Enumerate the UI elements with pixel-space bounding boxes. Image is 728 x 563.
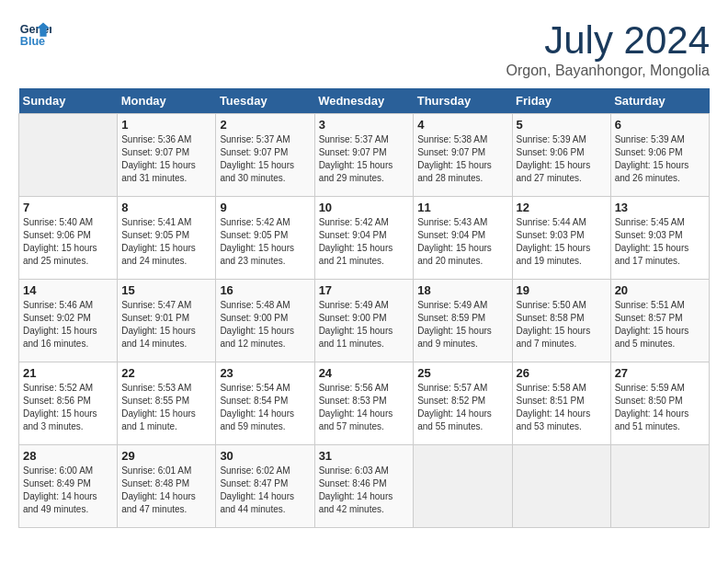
calendar-week-row: 1Sunrise: 5:36 AMSunset: 9:07 PMDaylight… (19, 114, 710, 197)
calendar-week-row: 14Sunrise: 5:46 AMSunset: 9:02 PMDayligh… (19, 280, 710, 362)
calendar-cell: 6Sunrise: 5:39 AMSunset: 9:06 PMDaylight… (610, 114, 709, 197)
day-number: 2 (220, 118, 310, 132)
day-info: Sunrise: 5:41 AMSunset: 9:05 PMDaylight:… (121, 216, 211, 268)
calendar-cell: 7Sunrise: 5:40 AMSunset: 9:06 PMDaylight… (19, 197, 118, 280)
day-info: Sunrise: 5:40 AMSunset: 9:06 PMDaylight:… (23, 216, 113, 268)
day-info: Sunrise: 5:57 AMSunset: 8:52 PMDaylight:… (417, 382, 507, 433)
weekday-header: Tuesday (216, 88, 314, 114)
calendar-cell: 22Sunrise: 5:53 AMSunset: 8:55 PMDayligh… (118, 362, 216, 445)
calendar-cell: 5Sunrise: 5:39 AMSunset: 9:06 PMDaylight… (512, 114, 610, 197)
calendar-cell: 1Sunrise: 5:36 AMSunset: 9:07 PMDaylight… (118, 114, 216, 197)
day-number: 5 (517, 118, 607, 132)
day-info: Sunrise: 5:50 AMSunset: 8:58 PMDaylight:… (517, 299, 607, 350)
day-number: 24 (319, 366, 410, 380)
day-info: Sunrise: 5:37 AMSunset: 9:07 PMDaylight:… (220, 133, 310, 185)
calendar-cell: 14Sunrise: 5:46 AMSunset: 9:02 PMDayligh… (19, 280, 118, 362)
day-info: Sunrise: 5:38 AMSunset: 9:07 PMDaylight:… (417, 133, 507, 185)
day-info: Sunrise: 5:51 AMSunset: 8:57 PMDaylight:… (615, 299, 705, 350)
calendar-cell: 20Sunrise: 5:51 AMSunset: 8:57 PMDayligh… (610, 280, 709, 362)
day-info: Sunrise: 5:44 AMSunset: 9:03 PMDaylight:… (517, 216, 607, 268)
day-number: 13 (615, 201, 705, 214)
day-number: 19 (517, 283, 607, 297)
day-number: 9 (220, 201, 310, 214)
day-info: Sunrise: 5:43 AMSunset: 9:04 PMDaylight:… (417, 216, 507, 268)
calendar-cell: 27Sunrise: 5:59 AMSunset: 8:50 PMDayligh… (610, 362, 709, 445)
calendar-week-row: 21Sunrise: 5:52 AMSunset: 8:56 PMDayligh… (19, 362, 710, 445)
day-info: Sunrise: 6:03 AMSunset: 8:46 PMDaylight:… (319, 465, 410, 516)
weekday-header-row: SundayMondayTuesdayWednesdayThursdayFrid… (19, 88, 710, 114)
weekday-header: Thursday (414, 88, 512, 114)
calendar-cell: 2Sunrise: 5:37 AMSunset: 9:07 PMDaylight… (216, 114, 314, 197)
weekday-header: Saturday (610, 88, 709, 114)
weekday-header: Sunday (19, 88, 118, 114)
day-info: Sunrise: 5:46 AMSunset: 9:02 PMDaylight:… (23, 299, 113, 350)
day-number: 30 (220, 449, 310, 463)
calendar-cell: 3Sunrise: 5:37 AMSunset: 9:07 PMDaylight… (314, 114, 414, 197)
calendar-cell: 8Sunrise: 5:41 AMSunset: 9:05 PMDaylight… (118, 197, 216, 280)
day-info: Sunrise: 5:36 AMSunset: 9:07 PMDaylight:… (121, 133, 211, 185)
logo-icon: General Blue (18, 18, 51, 52)
day-number: 25 (417, 366, 507, 380)
day-info: Sunrise: 5:52 AMSunset: 8:56 PMDaylight:… (23, 382, 113, 433)
calendar-table: SundayMondayTuesdayWednesdayThursdayFrid… (18, 88, 710, 528)
day-info: Sunrise: 5:54 AMSunset: 8:54 PMDaylight:… (220, 382, 310, 433)
day-info: Sunrise: 6:01 AMSunset: 8:48 PMDaylight:… (121, 465, 211, 516)
calendar-cell: 31Sunrise: 6:03 AMSunset: 8:46 PMDayligh… (314, 445, 414, 528)
day-number: 15 (121, 283, 211, 297)
day-info: Sunrise: 5:42 AMSunset: 9:05 PMDaylight:… (220, 216, 310, 268)
calendar-cell: 15Sunrise: 5:47 AMSunset: 9:01 PMDayligh… (118, 280, 216, 362)
location-subtitle: Orgon, Bayanhongor, Mongolia (506, 63, 710, 79)
day-info: Sunrise: 5:56 AMSunset: 8:53 PMDaylight:… (319, 382, 410, 433)
day-number: 17 (319, 283, 410, 297)
day-number: 10 (319, 201, 410, 214)
calendar-cell: 17Sunrise: 5:49 AMSunset: 9:00 PMDayligh… (314, 280, 414, 362)
day-number: 28 (23, 449, 113, 463)
day-info: Sunrise: 5:39 AMSunset: 9:06 PMDaylight:… (517, 133, 607, 185)
calendar-cell (19, 114, 118, 197)
calendar-cell: 16Sunrise: 5:48 AMSunset: 9:00 PMDayligh… (216, 280, 314, 362)
day-number: 1 (121, 118, 211, 132)
day-number: 26 (517, 366, 607, 380)
calendar-cell: 10Sunrise: 5:42 AMSunset: 9:04 PMDayligh… (314, 197, 414, 280)
calendar-cell: 18Sunrise: 5:49 AMSunset: 8:59 PMDayligh… (414, 280, 512, 362)
day-number: 12 (517, 201, 607, 214)
calendar-cell: 9Sunrise: 5:42 AMSunset: 9:05 PMDaylight… (216, 197, 314, 280)
day-number: 21 (23, 366, 113, 380)
day-number: 3 (319, 118, 410, 132)
calendar-cell: 29Sunrise: 6:01 AMSunset: 8:48 PMDayligh… (118, 445, 216, 528)
day-info: Sunrise: 5:58 AMSunset: 8:51 PMDaylight:… (517, 382, 607, 433)
weekday-header: Monday (118, 88, 216, 114)
day-number: 16 (220, 283, 310, 297)
calendar-cell: 12Sunrise: 5:44 AMSunset: 9:03 PMDayligh… (512, 197, 610, 280)
month-title: July 2024 (506, 18, 710, 63)
day-number: 14 (23, 283, 113, 297)
calendar-cell: 24Sunrise: 5:56 AMSunset: 8:53 PMDayligh… (314, 362, 414, 445)
day-number: 31 (319, 449, 410, 463)
day-number: 29 (121, 449, 211, 463)
day-info: Sunrise: 5:39 AMSunset: 9:06 PMDaylight:… (615, 133, 705, 185)
day-info: Sunrise: 5:53 AMSunset: 8:55 PMDaylight:… (121, 382, 211, 433)
calendar-cell: 28Sunrise: 6:00 AMSunset: 8:49 PMDayligh… (19, 445, 118, 528)
day-info: Sunrise: 6:00 AMSunset: 8:49 PMDaylight:… (23, 465, 113, 516)
day-number: 11 (417, 201, 507, 214)
calendar-cell: 13Sunrise: 5:45 AMSunset: 9:03 PMDayligh… (610, 197, 709, 280)
calendar-cell: 23Sunrise: 5:54 AMSunset: 8:54 PMDayligh… (216, 362, 314, 445)
day-number: 6 (615, 118, 705, 132)
svg-text:Blue: Blue (20, 35, 45, 48)
calendar-cell: 25Sunrise: 5:57 AMSunset: 8:52 PMDayligh… (414, 362, 512, 445)
day-number: 22 (121, 366, 211, 380)
day-info: Sunrise: 5:48 AMSunset: 9:00 PMDaylight:… (220, 299, 310, 350)
day-info: Sunrise: 5:45 AMSunset: 9:03 PMDaylight:… (615, 216, 705, 268)
day-number: 27 (615, 366, 705, 380)
day-info: Sunrise: 5:42 AMSunset: 9:04 PMDaylight:… (319, 216, 410, 268)
day-info: Sunrise: 5:49 AMSunset: 9:00 PMDaylight:… (319, 299, 410, 350)
calendar-cell: 4Sunrise: 5:38 AMSunset: 9:07 PMDaylight… (414, 114, 512, 197)
calendar-cell (512, 445, 610, 528)
day-number: 8 (121, 201, 211, 214)
calendar-cell (610, 445, 709, 528)
calendar-week-row: 28Sunrise: 6:00 AMSunset: 8:49 PMDayligh… (19, 445, 710, 528)
calendar-cell: 21Sunrise: 5:52 AMSunset: 8:56 PMDayligh… (19, 362, 118, 445)
day-info: Sunrise: 5:59 AMSunset: 8:50 PMDaylight:… (615, 382, 705, 433)
calendar-cell: 26Sunrise: 5:58 AMSunset: 8:51 PMDayligh… (512, 362, 610, 445)
day-info: Sunrise: 5:49 AMSunset: 8:59 PMDaylight:… (417, 299, 507, 350)
